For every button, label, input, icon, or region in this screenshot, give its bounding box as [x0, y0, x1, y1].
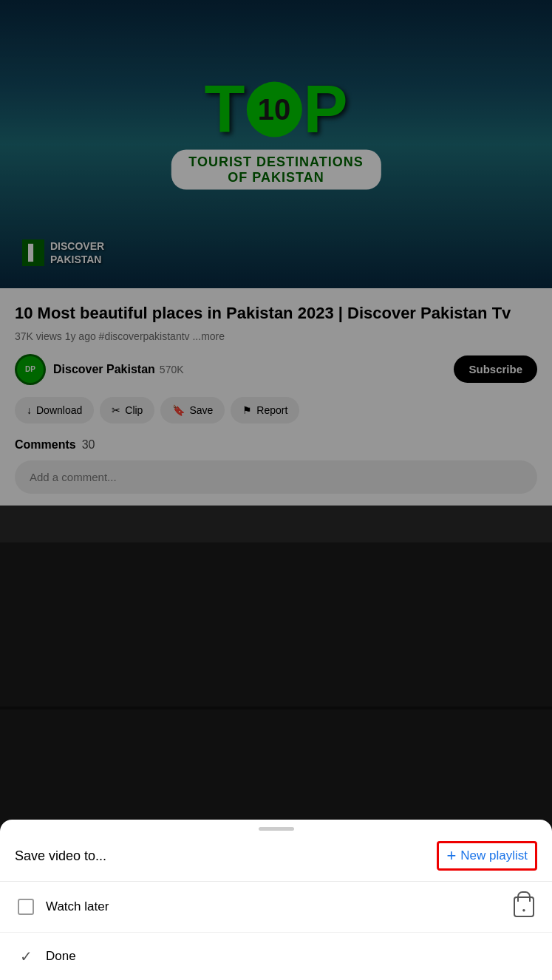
- channel-avatar[interactable]: DP: [15, 354, 46, 385]
- bottom-sheet-overlay: Save video to... + New playlist Watch la…: [0, 707, 552, 980]
- save-video-title: Save video to...: [15, 848, 106, 864]
- new-playlist-button[interactable]: + New playlist: [437, 841, 537, 871]
- new-playlist-label: New playlist: [460, 848, 528, 863]
- handle-bar: [259, 827, 294, 831]
- video-title: 10 Most beautiful places in Pakistan 202…: [15, 303, 537, 324]
- subscribe-button[interactable]: Subscribe: [454, 355, 537, 383]
- sheet-handle: [0, 820, 552, 831]
- watch-later-checkbox[interactable]: [18, 899, 34, 915]
- watch-later-label: Watch later: [46, 899, 109, 914]
- checkmark-icon: ✓: [18, 947, 34, 965]
- video-meta-more[interactable]: ...more: [192, 330, 225, 342]
- watch-later-item[interactable]: Watch later: [0, 882, 552, 933]
- comment-input[interactable]: [15, 460, 537, 494]
- done-item[interactable]: ✓ Done: [0, 933, 552, 980]
- subtitle-line2: OF PAKISTAN: [188, 170, 363, 186]
- channel-avatar-inner: DP: [17, 356, 44, 383]
- logo-p: P: [303, 76, 347, 143]
- channel-name[interactable]: Discover Pakistan: [53, 363, 155, 376]
- video-meta: 37K views 1y ago #discoverpakistantv ...…: [15, 330, 537, 342]
- sheet-header: Save video to... + New playlist: [0, 831, 552, 882]
- channel-name-row: Discover Pakistan 570K: [53, 363, 446, 376]
- subscriber-count: 570K: [160, 364, 184, 375]
- subtitle-badge: TOURIST DESTINATIONS OF PAKISTAN: [171, 150, 381, 190]
- logo-t: T: [204, 76, 245, 143]
- comments-count: 30: [82, 438, 95, 452]
- logo-circle: 10: [246, 81, 301, 137]
- thumbnail-logo: T 10 P TOURIST DESTINATIONS OF PAKISTAN: [171, 76, 381, 190]
- discover-pakistan-text: DISCOVERPAKISTAN: [50, 239, 104, 266]
- channel-info: Discover Pakistan 570K: [53, 363, 446, 376]
- plus-icon: +: [446, 848, 456, 864]
- clip-icon: ✂: [112, 404, 120, 416]
- report-label: Report: [256, 404, 287, 416]
- action-buttons: ↓ Download ✂ Clip 🔖 Save ⚑ Report: [15, 397, 537, 423]
- download-icon: ↓: [27, 404, 32, 416]
- comments-section: Comments 30: [15, 438, 537, 506]
- report-button[interactable]: ⚑ Report: [231, 397, 299, 423]
- save-button[interactable]: 🔖 Save: [160, 397, 225, 423]
- subtitle-line1: TOURIST DESTINATIONS: [188, 154, 363, 170]
- discover-pakistan-icon: [22, 239, 44, 266]
- save-icon: 🔖: [172, 404, 185, 416]
- discover-pakistan-badge: DISCOVERPAKISTAN: [22, 239, 104, 266]
- comments-header: Comments 30: [15, 438, 537, 452]
- report-icon: ⚑: [242, 404, 252, 416]
- content-area: 10 Most beautiful places in Pakistan 202…: [0, 288, 552, 506]
- download-button[interactable]: ↓ Download: [15, 397, 94, 423]
- save-label: Save: [189, 404, 213, 416]
- channel-avatar-text: DP: [25, 365, 35, 373]
- download-label: Download: [36, 404, 82, 416]
- bottom-sheet: Save video to... + New playlist Watch la…: [0, 820, 552, 980]
- channel-row: DP Discover Pakistan 570K Subscribe: [15, 354, 537, 385]
- comments-label: Comments: [15, 438, 76, 452]
- clip-label: Clip: [125, 404, 143, 416]
- video-meta-text: 37K views 1y ago #discoverpakistantv: [15, 330, 190, 342]
- video-thumbnail: T 10 P TOURIST DESTINATIONS OF PAKISTAN …: [0, 0, 552, 288]
- dark-strip: [0, 506, 552, 542]
- done-label: Done: [46, 949, 76, 964]
- lock-icon: [514, 896, 534, 917]
- clip-button[interactable]: ✂ Clip: [100, 397, 154, 423]
